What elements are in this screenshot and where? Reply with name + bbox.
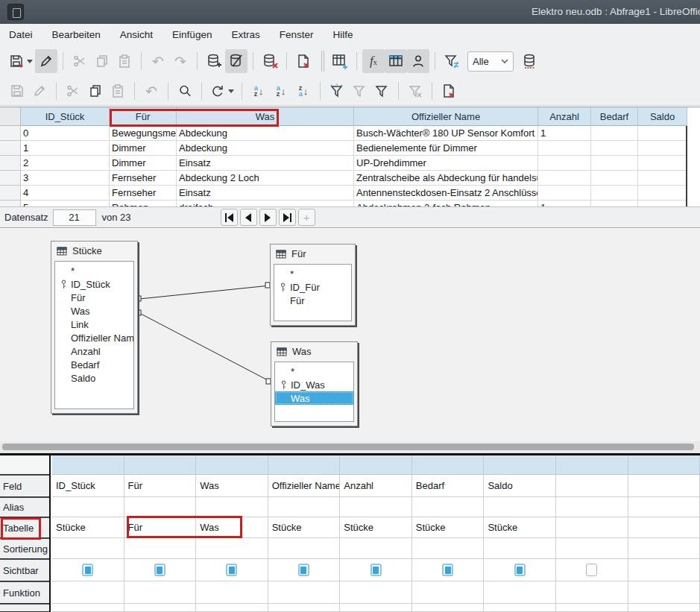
grid-cell[interactable] xyxy=(638,156,687,171)
query-cell[interactable] xyxy=(52,455,124,475)
grid-cell[interactable]: 1 xyxy=(538,126,591,141)
add-table-button[interactable] xyxy=(329,49,351,73)
visible-checkbox-checked[interactable] xyxy=(226,564,237,576)
query-cell[interactable] xyxy=(196,559,268,581)
filter-select[interactable]: Alle xyxy=(467,51,514,72)
grid-cell[interactable]: Dimmer xyxy=(110,156,177,171)
grid-cell[interactable] xyxy=(638,126,687,141)
delete-record-button[interactable] xyxy=(259,49,281,73)
grid-cell[interactable]: Abdeckung xyxy=(177,126,354,141)
query-cell[interactable] xyxy=(628,497,700,517)
menu-datei[interactable]: Datei xyxy=(9,29,33,40)
new-record-button[interactable]: + xyxy=(298,209,315,226)
query-cell[interactable] xyxy=(412,497,485,517)
query-cell[interactable] xyxy=(52,581,124,604)
distinct-values-button[interactable] xyxy=(441,49,463,73)
table-box-was[interactable]: Was *ID_WasWas xyxy=(271,341,358,426)
query-cell[interactable] xyxy=(484,497,556,517)
table-field[interactable]: Bedarf xyxy=(55,358,133,371)
grid-cell[interactable] xyxy=(638,141,687,156)
grid-cell[interactable] xyxy=(591,186,638,201)
query-cell[interactable] xyxy=(196,538,268,559)
query-cell[interactable]: Anzahl xyxy=(340,475,412,497)
table-field[interactable]: ID_Was xyxy=(275,378,353,391)
visible-checkbox-checked[interactable] xyxy=(442,564,453,576)
grid-cell[interactable] xyxy=(591,141,638,156)
query-cell[interactable] xyxy=(340,455,412,475)
query-cell[interactable] xyxy=(268,455,341,475)
table-box-header[interactable]: Was xyxy=(271,342,357,361)
query-cell[interactable] xyxy=(340,559,412,581)
query-cell[interactable] xyxy=(268,581,341,604)
datasource-button[interactable] xyxy=(518,49,540,73)
table-box-header[interactable]: Stücke xyxy=(51,242,137,260)
menu-einfuegen[interactable]: Einfügen xyxy=(172,29,212,40)
table-box-fuer[interactable]: Für *ID_FürFür xyxy=(270,244,356,326)
query-cell[interactable] xyxy=(340,497,412,517)
grid-cell[interactable] xyxy=(591,171,638,186)
query-cell[interactable] xyxy=(556,497,628,517)
splitter-handle[interactable] xyxy=(2,444,694,450)
edit-record-button[interactable] xyxy=(28,79,51,103)
undo-button[interactable]: ↶ xyxy=(147,49,169,73)
query-cell[interactable] xyxy=(196,581,268,604)
query-cell[interactable] xyxy=(412,455,485,475)
grid-cell[interactable]: 4 xyxy=(21,186,110,201)
query-cell[interactable] xyxy=(124,604,197,612)
query-cell[interactable] xyxy=(196,497,268,517)
menu-extras[interactable]: Extras xyxy=(231,29,259,40)
edit-data-button[interactable] xyxy=(225,49,247,73)
cut-button[interactable] xyxy=(69,49,91,73)
grid-cell[interactable] xyxy=(638,186,687,201)
query-cell[interactable] xyxy=(628,559,700,581)
table-field[interactable]: ID_Für xyxy=(274,280,351,294)
row-selector[interactable] xyxy=(0,141,21,156)
grid-corner-cell[interactable] xyxy=(0,107,21,126)
query-cell[interactable]: Stücke xyxy=(268,517,341,538)
pane-splitter[interactable] xyxy=(0,441,700,453)
grid-cell[interactable]: Bewegungsmelder xyxy=(110,126,177,141)
query-cell[interactable] xyxy=(412,538,485,559)
grid-cell[interactable]: Busch-Wächter® 180 UP Sensor Komfort xyxy=(354,126,538,141)
next-record-button[interactable] xyxy=(259,209,277,226)
autofilter-button[interactable] xyxy=(326,79,348,103)
query-cell[interactable] xyxy=(124,497,197,517)
row-selector[interactable] xyxy=(0,156,21,171)
query-cell[interactable] xyxy=(556,517,628,538)
query-cell[interactable] xyxy=(124,559,197,581)
edit-mode-button[interactable] xyxy=(35,49,57,73)
grid-cell[interactable] xyxy=(591,156,638,171)
paste-button[interactable] xyxy=(113,49,136,73)
table-box-header[interactable]: Für xyxy=(271,245,355,263)
relation-design-area[interactable]: Stücke *ID_StückFürWasLinkOffizieller Na… xyxy=(0,229,700,441)
query-cell[interactable] xyxy=(628,581,700,604)
query-cell[interactable] xyxy=(268,559,341,581)
query-cell[interactable]: Für xyxy=(124,517,197,538)
grid-cell[interactable]: 2 xyxy=(21,156,110,171)
query-cell[interactable] xyxy=(484,559,556,581)
query-cell[interactable] xyxy=(628,517,700,538)
column-header-was[interactable]: Was xyxy=(177,107,354,126)
last-record-button[interactable] xyxy=(279,209,296,226)
menu-hilfe[interactable]: Hilfe xyxy=(332,29,353,40)
query-cell[interactable] xyxy=(412,604,485,612)
visible-checkbox-checked[interactable] xyxy=(514,564,526,576)
grid-cell[interactable]: Fernseher xyxy=(110,171,177,186)
save-record-button[interactable] xyxy=(6,79,28,103)
query-cell[interactable]: Stücke xyxy=(412,517,485,538)
refresh-dropdown-caret[interactable] xyxy=(228,89,234,93)
query-cell[interactable] xyxy=(484,604,556,612)
query-cell[interactable]: Was xyxy=(196,475,268,497)
visible-checkbox-checked[interactable] xyxy=(82,564,93,576)
table-field[interactable]: Saldo xyxy=(55,371,133,385)
query-cell[interactable] xyxy=(340,581,412,604)
column-header-bedarf[interactable]: Bedarf xyxy=(591,107,638,126)
query-cell[interactable] xyxy=(556,559,628,581)
query-cell[interactable]: Offizieller Name xyxy=(268,475,341,497)
grid-cell[interactable]: Bedienelemente für Dimmer xyxy=(354,141,538,156)
table-field[interactable]: * xyxy=(275,365,353,378)
query-cell[interactable] xyxy=(268,497,341,517)
grid-cell[interactable]: Abdeckung xyxy=(177,141,354,156)
grid-cell[interactable]: Rahmen xyxy=(110,201,177,206)
query-cell[interactable] xyxy=(340,538,412,559)
